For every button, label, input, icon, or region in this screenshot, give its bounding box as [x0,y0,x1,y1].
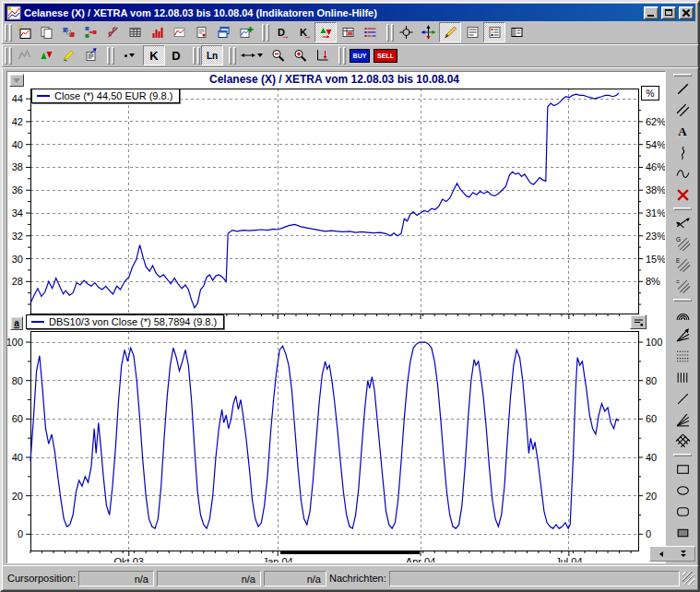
arrow-left-icon [659,551,663,557]
window-list-button[interactable] [212,22,234,42]
text-note-button[interactable] [461,22,483,42]
svg-text:30: 30 [12,254,23,265]
quote-blocks-button[interactable] [57,22,79,42]
toolbar-gripper [197,47,200,65]
delete-object-button[interactable] [671,184,694,206]
speed-lines-button[interactable] [671,409,694,431]
parallel-lines-button[interactable] [671,100,694,121]
zoom-out-button[interactable] [267,45,289,65]
toolbar-gripper [673,207,692,210]
report-button[interactable] [190,22,212,42]
copy-button[interactable] [35,22,57,42]
titlebar[interactable]: Celanese (X) / XETRA vom 12.08.03 bis 10… [5,4,695,21]
point-style-dropdown[interactable] [115,45,143,65]
svg-text:38%: 38% [646,184,665,195]
resize-grip[interactable] [682,572,694,585]
highlighter-button[interactable] [57,45,79,65]
portfolio-transfer-button[interactable] [79,22,101,42]
svg-text:40: 40 [646,452,657,463]
window-layout-button[interactable] [505,22,528,42]
zoom-in-button[interactable] [289,45,311,65]
toolbar-gripper [112,47,114,65]
freehand-button[interactable] [671,142,694,163]
indicator-properties-button[interactable] [630,314,647,329]
rectangle-button[interactable] [671,458,694,480]
percent-axis-box[interactable]: % [641,86,659,101]
toolbar-gripper [233,47,236,65]
trend-lines-g-button[interactable]: G [671,233,694,255]
fibonacci-arcs-button[interactable] [671,303,694,325]
trend-lines-eq-button[interactable]: = [671,276,694,297]
svg-text:20: 20 [646,491,657,502]
cursorposition-label: Cursorposition: [7,573,76,584]
data-table-button[interactable] [124,22,146,42]
toolbar-gripper [5,47,7,65]
close-legend[interactable]: Close (*) 44,50 EUR (9.8.) [31,89,180,103]
fan-lines-button[interactable] [671,325,694,346]
indicator-list-button[interactable] [483,22,505,42]
annotation-button[interactable]: a [10,316,23,330]
width-select-dropdown[interactable] [237,45,267,65]
svg-text:80: 80 [646,375,657,386]
new-chart-icon [17,25,32,40]
d-transfer-button[interactable]: D→ [270,22,292,42]
trendline-thin-button[interactable] [671,388,694,409]
grid-settings-button[interactable] [337,22,359,42]
sell-label: SELL [374,49,397,63]
scroll-left-button[interactable] [652,548,670,560]
close-button[interactable] [679,6,694,19]
ellipse-button[interactable] [671,480,694,501]
more-tools-button[interactable] [674,548,693,560]
rounded-rectangle-button[interactable] [671,501,694,522]
zoom-out-icon [270,48,286,63]
svg-text:8%: 8% [646,276,660,287]
log-scale-button[interactable]: Ln [201,45,223,65]
parallel-lines-icon [675,102,691,118]
k-transfer-button[interactable]: K→ [292,22,314,42]
move-axes-button[interactable] [417,22,439,42]
text-tool-button[interactable]: A [671,121,694,142]
x-axis-range-bar[interactable] [280,551,420,554]
disable-curve-button[interactable] [101,22,124,42]
new-chart-button[interactable] [13,22,35,42]
candle-type-d-button[interactable]: D [165,45,187,65]
curve-button[interactable] [671,163,694,184]
signal-updown-button[interactable] [35,45,57,65]
indicator-legend[interactable]: DBS10/3 von Close (*) 58,7894 (9.8.) [26,314,224,329]
grid-crosshatch-button[interactable] [671,431,694,452]
crosshair-button[interactable] [395,22,417,42]
svg-text:Jan 04: Jan 04 [263,556,293,562]
buy-button[interactable]: BUY [347,45,373,65]
candle-type-k-button[interactable]: K [143,45,165,65]
volume-histogram-button[interactable] [146,22,168,42]
sell-button[interactable]: SELL [373,45,398,65]
cursor-field-2: n/a [157,571,261,586]
double-chevron-down-icon [681,551,686,557]
toolbar-gripper [267,24,269,41]
minimize-button[interactable] [644,6,658,19]
properties-button[interactable] [79,45,101,65]
signal-triangles-button[interactable] [314,22,337,42]
chart-title: Celanese (X) / XETRA vom 12.08.03 bis 10… [30,73,638,86]
filled-rectangle-button[interactable] [671,522,694,543]
fibonacci-retracements-button[interactable] [671,346,694,367]
line-icon [675,81,691,97]
line-styles-button[interactable] [359,22,381,42]
toolbar-gripper [9,47,12,65]
add-chart-button[interactable] [234,22,256,42]
maximize-button[interactable] [661,6,676,19]
crosshatch-icon [675,433,691,449]
svg-text:28: 28 [12,276,23,287]
collapse-panel-button[interactable] [9,74,24,87]
line-chart-button[interactable] [168,22,190,42]
trend-lines-e-button[interactable]: E [671,255,694,276]
trend-line-button[interactable] [671,78,694,100]
regression-channel-button[interactable] [671,212,694,233]
legend-line-swatch [37,95,50,97]
svg-text:54%: 54% [646,139,665,150]
vertical-lines-button[interactable] [671,367,694,388]
mountain-outline-button[interactable] [13,45,35,65]
buy-label: BUY [350,49,371,63]
draw-pencil-button[interactable] [439,22,461,42]
scale-axis-button[interactable] [311,45,333,65]
